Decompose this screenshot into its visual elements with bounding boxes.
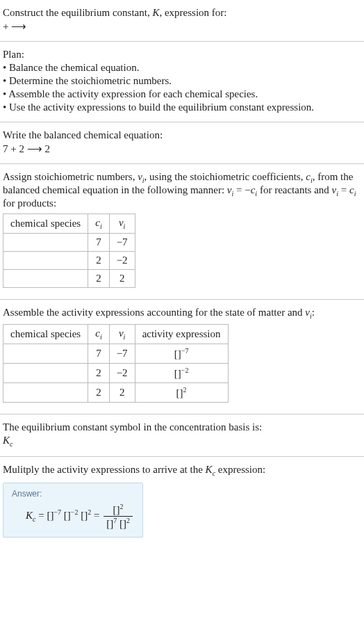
text: expression: xyxy=(215,464,265,475)
prompt-text-b: , expression for: xyxy=(159,7,226,18)
numerator: []2 xyxy=(104,503,133,517)
activity-section: Assemble the activity expressions accoun… xyxy=(0,300,364,414)
sub-c: c xyxy=(10,440,13,448)
exponent: −7 xyxy=(181,347,189,355)
exponent: 7 xyxy=(113,517,117,524)
text: = xyxy=(338,184,349,195)
col-nui: νi xyxy=(109,214,135,234)
stoich-text: Assign stoichiometric numbers, νi, using… xyxy=(3,171,361,209)
bracket: [] xyxy=(113,504,120,515)
cell-nui: −2 xyxy=(109,364,135,383)
activity-table: chemical species ci νi activity expressi… xyxy=(3,324,229,403)
col-species: chemical species xyxy=(3,214,88,234)
plan-bullet: • Determine the stoichiometric numbers. xyxy=(3,75,361,87)
cell-ci: 7 xyxy=(88,344,109,364)
c-symbol: c xyxy=(349,184,354,195)
text: : xyxy=(312,307,315,318)
nu-symbol: ν xyxy=(138,171,142,182)
k-letter: K xyxy=(26,510,33,521)
nu-symbol: ν xyxy=(119,328,124,339)
text: = − xyxy=(233,184,250,195)
c-symbol: c xyxy=(95,217,100,228)
balanced-heading: Write the balanced chemical equation: xyxy=(3,129,361,141)
equals: = xyxy=(91,510,102,521)
plan-bullet: • Balance the chemical equation. xyxy=(3,62,361,74)
k-symbol: K xyxy=(152,7,159,18)
balanced-section: Write the balanced chemical equation: 7 … xyxy=(0,122,364,163)
bracket: [] xyxy=(47,510,53,521)
sub-i: i xyxy=(100,223,102,230)
text: , using the stoichiometric coefficients, xyxy=(144,171,306,182)
kc-symbol: Kc xyxy=(3,435,361,448)
bracket: [] xyxy=(174,348,181,360)
sub-i: i xyxy=(354,190,356,197)
cell-ci: 2 xyxy=(88,252,109,270)
table-header-row: chemical species ci νi xyxy=(3,214,135,234)
bracket: [] xyxy=(174,368,181,379)
kc-symbol-section: The equilibrium constant symbol in the c… xyxy=(0,414,364,456)
plan-section: Plan: • Balance the chemical equation. •… xyxy=(0,42,364,122)
col-ci: ci xyxy=(88,325,109,344)
text: Mulitply the activity expressions to arr… xyxy=(3,464,206,475)
bracket: [] xyxy=(81,510,88,521)
fraction: []2 []7 []2 xyxy=(104,503,133,530)
text: for reactants and xyxy=(257,184,331,195)
c-symbol: c xyxy=(306,171,311,182)
exponent: 2 xyxy=(126,517,130,524)
exponent: −2 xyxy=(71,508,78,516)
plan-bullet: • Assemble the activity expression for e… xyxy=(3,88,361,100)
answer-label: Answer: xyxy=(12,489,134,499)
k-letter: K xyxy=(206,464,213,475)
final-section: Mulitply the activity expressions to arr… xyxy=(0,457,364,545)
table-row: 7 −7 xyxy=(3,234,135,252)
bracket: [] xyxy=(64,510,71,521)
table-row: 2 −2 xyxy=(3,252,135,270)
stoich-section: Assign stoichiometric numbers, νi, using… xyxy=(0,164,364,299)
cell-ci: 7 xyxy=(88,234,109,252)
cell-species xyxy=(3,252,88,270)
exponent: −2 xyxy=(181,366,189,374)
text: for products: xyxy=(3,197,56,209)
col-ci: ci xyxy=(88,214,109,234)
stoich-table: chemical species ci νi 7 −7 2 −2 2 2 xyxy=(3,213,135,288)
col-activity: activity expression xyxy=(135,325,228,344)
table-row: 7 −7 []−7 xyxy=(3,344,229,364)
table-row: 2 2 []2 xyxy=(3,383,229,403)
prompt-section: Construct the equilibrium constant, K, e… xyxy=(0,0,364,41)
cell-nui: −2 xyxy=(109,252,135,270)
kc-text: The equilibrium constant symbol in the c… xyxy=(3,421,361,433)
cell-species xyxy=(3,364,88,383)
bracket: [] xyxy=(176,387,183,398)
activity-text: Assemble the activity expressions accoun… xyxy=(3,307,361,320)
cell-nui: −7 xyxy=(109,234,135,252)
table-row: 2 2 xyxy=(3,270,135,288)
cell-activity: []−2 xyxy=(135,364,228,383)
cell-activity: []−7 xyxy=(135,344,228,364)
prompt-line-1: Construct the equilibrium constant, K, e… xyxy=(3,7,361,19)
cell-ci: 2 xyxy=(88,270,109,288)
cell-species xyxy=(3,383,88,403)
plan-title: Plan: xyxy=(3,49,361,61)
exponent: −7 xyxy=(53,508,61,516)
cell-ci: 2 xyxy=(88,364,109,383)
equals: = xyxy=(35,510,47,521)
text: Assemble the activity expressions accoun… xyxy=(3,307,305,318)
exponent: 2 xyxy=(183,386,187,394)
nu-symbol: ν xyxy=(305,307,310,318)
nu-symbol: ν xyxy=(119,217,124,228)
balanced-equation: 7 + 2 ⟶ 2 xyxy=(3,143,361,155)
cell-species xyxy=(3,344,88,364)
exponent: 2 xyxy=(120,503,124,510)
table-header-row: chemical species ci νi activity expressi… xyxy=(3,325,229,344)
sub-i: i xyxy=(124,223,126,230)
cell-nui: 2 xyxy=(109,383,135,403)
denominator: []7 []2 xyxy=(104,517,133,530)
answer-box: Answer: Kc = []−7 []−2 []2 = []2 []7 []2 xyxy=(3,483,143,538)
col-nui: νi xyxy=(109,325,135,344)
answer-equation: Kc = []−7 []−2 []2 = []2 []7 []2 xyxy=(12,503,134,530)
cell-activity: []2 xyxy=(135,383,228,403)
sub-i: i xyxy=(124,333,126,341)
cell-species xyxy=(3,270,88,288)
k-letter: K xyxy=(3,435,10,446)
cell-species xyxy=(3,234,88,252)
